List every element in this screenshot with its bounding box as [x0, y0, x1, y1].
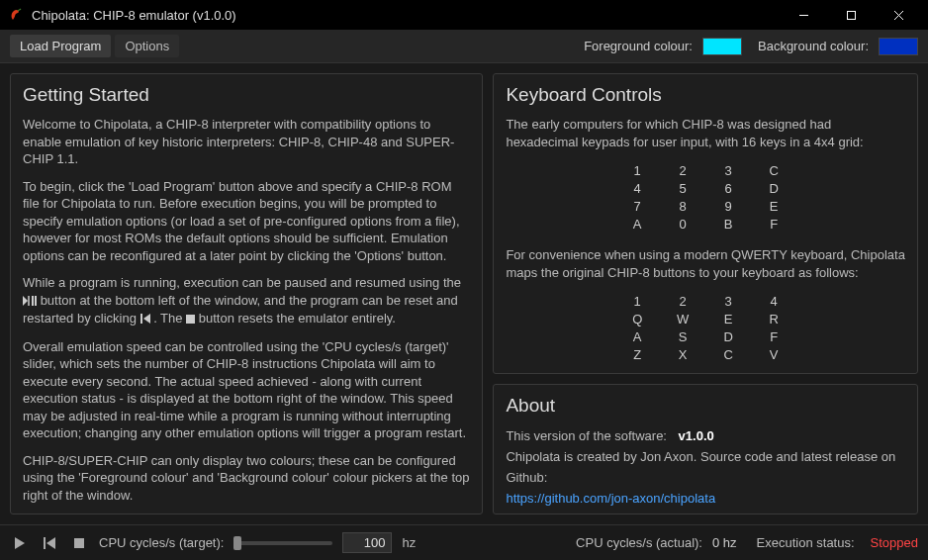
hz-label: hz [402, 535, 416, 550]
gs-paragraph-2: To begin, click the 'Load Program' butto… [23, 178, 470, 265]
gs-paragraph-4: Overall emulation speed can be controlle… [23, 338, 470, 442]
app-logo-icon [8, 7, 24, 23]
close-button[interactable] [877, 0, 920, 30]
cpu-cycles-actual-label: CPU cycles/s (actual): [576, 535, 702, 550]
about-title: About [506, 395, 905, 417]
minimize-button[interactable] [782, 0, 825, 30]
svg-rect-16 [74, 538, 84, 548]
svg-rect-1 [847, 11, 855, 19]
background-colour-picker[interactable] [879, 38, 918, 55]
main-content: Getting Started Welcome to Chipolata, a … [0, 63, 928, 524]
status-bar: CPU cycles/s (target): hz CPU cycles/s (… [0, 524, 928, 560]
play-button[interactable] [10, 533, 30, 553]
svg-rect-7 [35, 296, 37, 306]
svg-rect-10 [186, 315, 195, 324]
svg-rect-6 [32, 296, 34, 306]
window-controls [782, 0, 920, 30]
about-author: Chipolata is created by Jon Axon. Source… [506, 447, 905, 489]
foreground-colour-label: Foreground colour: [584, 39, 693, 53]
gs-paragraph-5: CHIP-8/SUPER-CHIP can only display two c… [23, 452, 470, 505]
about-github-link[interactable]: https://github.com/jon-axon/chipolata [506, 491, 715, 506]
window-title: Chipolata: CHIP-8 emulator (v1.0.0) [32, 8, 782, 23]
load-program-button[interactable]: Load Program [10, 35, 111, 57]
cpu-cycles-input[interactable] [342, 532, 392, 553]
getting-started-title: Getting Started [23, 84, 470, 106]
about-version-value: v1.0.0 [679, 428, 714, 443]
keyboard-mapping-text: For convenience when using a modern QWER… [506, 246, 905, 281]
restart-button[interactable] [40, 533, 59, 553]
svg-rect-8 [140, 314, 142, 324]
background-colour-label: Background colour: [758, 39, 869, 53]
gs-paragraph-1: Welcome to Chipolata, a CHIP-8 interpret… [23, 116, 470, 168]
cpu-cycles-actual-value: 0 hz [712, 535, 737, 550]
gs-paragraph-6: If an error occurs during execution, Chi… [23, 514, 470, 515]
svg-rect-14 [44, 537, 46, 549]
getting-started-panel: Getting Started Welcome to Chipolata, a … [10, 73, 483, 514]
title-bar: Chipolata: CHIP-8 emulator (v1.0.0) [0, 0, 928, 30]
restart-icon [140, 311, 150, 328]
about-panel: About This version of the software: v1.0… [493, 384, 918, 514]
about-version-row: This version of the software: v1.0.0 [506, 426, 905, 447]
keyboard-controls-panel: Keyboard Controls The early computers fo… [493, 73, 918, 374]
chip8-keypad-table: 123C 456D 789E A0BF [605, 160, 805, 234]
keyboard-controls-title: Keyboard Controls [506, 84, 905, 106]
cpu-cycles-target-label: CPU cycles/s (target): [99, 535, 224, 550]
execution-status-label: Execution status: [757, 535, 855, 550]
options-button[interactable]: Options [115, 35, 179, 57]
svg-marker-15 [46, 537, 55, 549]
toolbar: Load Program Options Foreground colour: … [0, 30, 928, 63]
foreground-colour-picker[interactable] [702, 38, 742, 55]
svg-marker-4 [23, 296, 28, 306]
maximize-button[interactable] [829, 0, 873, 30]
svg-marker-13 [15, 537, 25, 549]
stop-button[interactable] [69, 533, 89, 553]
keyboard-intro: The early computers for which CHIP-8 was… [506, 116, 905, 150]
cpu-cycles-slider[interactable] [233, 541, 332, 545]
stop-icon [186, 311, 195, 328]
play-pause-icon [23, 293, 37, 311]
execution-status-value: Stopped [871, 535, 918, 550]
qwerty-keypad-table: 1234 QWER ASDF ZXCV [605, 291, 805, 365]
svg-marker-9 [143, 314, 150, 324]
gs-paragraph-3: While a program is running, execution ca… [23, 274, 470, 327]
